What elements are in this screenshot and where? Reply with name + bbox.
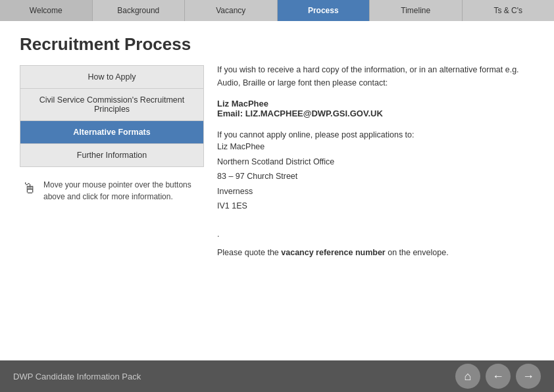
intro-text: If you wish to receive a hard copy of th…	[217, 63, 534, 89]
menu-btn-how-to-apply[interactable]: How to Apply	[20, 66, 203, 89]
nav-tab-vacancy[interactable]: Vacancy	[185, 0, 278, 21]
footer-nav-buttons: ⌂ ← →	[455, 364, 541, 389]
postal-address: Liz MacPheeNorthern Scotland District Of…	[217, 139, 534, 214]
mouse-icon: 🖱	[22, 180, 37, 197]
page-title: Recruitment Process	[20, 34, 204, 55]
nav-tab-process[interactable]: Process	[278, 0, 370, 21]
postal-intro: If you cannot apply online, please post …	[217, 130, 534, 139]
menu-buttons: How to ApplyCivil Service Commission's R…	[20, 65, 204, 167]
address-line: Northern Scotland District Office	[217, 155, 534, 170]
postal-block: If you cannot apply online, please post …	[217, 128, 534, 214]
right-panel: If you wish to receive a hard copy of th…	[217, 34, 534, 354]
address-line: 83 – 97 Church Street	[217, 169, 534, 184]
address-line: Liz MacPhee	[217, 139, 534, 155]
back-button[interactable]: ←	[486, 364, 511, 389]
forward-button[interactable]: →	[516, 364, 541, 389]
menu-btn-civil-service-commissions-recr[interactable]: Civil Service Commission's Recruitment P…	[20, 89, 203, 121]
email-label: Email:	[217, 109, 243, 118]
email-value: LIZ.MACPHEE@DWP.GSI.GOV.UK	[245, 109, 383, 118]
nav-tab-ts--cs[interactable]: Ts & C's	[463, 0, 555, 21]
nav-tab-timeline[interactable]: Timeline	[370, 0, 463, 21]
footer-title: DWP Candidate Information Pack	[13, 372, 141, 381]
contact-block: Liz MacPhee Email: LIZ.MACPHEE@DWP.GSI.G…	[217, 99, 534, 118]
main-content: Recruitment Process How to ApplyCivil Se…	[0, 21, 554, 360]
envelope-prefix: Please quote the	[217, 248, 281, 257]
envelope-text: Please quote the vacancy reference numbe…	[217, 248, 534, 257]
home-button[interactable]: ⌂	[455, 364, 480, 389]
menu-btn-alternative-formats[interactable]: Alternative Formats	[20, 121, 203, 144]
nav-tab-welcome[interactable]: Welcome	[0, 0, 93, 21]
hint-area: 🖱 Move your mouse pointer over the butto…	[20, 179, 204, 203]
dot-line: .	[217, 230, 534, 239]
menu-btn-further-information[interactable]: Further Information	[20, 144, 203, 166]
address-line: Inverness	[217, 184, 534, 199]
hint-text: Move your mouse pointer over the buttons…	[43, 179, 201, 203]
envelope-bold: vacancy reference number	[281, 248, 385, 257]
contact-name: Liz MacPhee	[217, 99, 534, 109]
nav-tab-background[interactable]: Background	[93, 0, 186, 21]
envelope-suffix: on the envelope.	[386, 248, 449, 257]
address-line: IV1 1ES	[217, 199, 534, 214]
top-navigation: WelcomeBackgroundVacancyProcessTimelineT…	[0, 0, 554, 21]
contact-email: Email: LIZ.MACPHEE@DWP.GSI.GOV.UK	[217, 109, 534, 118]
footer: DWP Candidate Information Pack ⌂ ← →	[0, 360, 554, 392]
left-panel: Recruitment Process How to ApplyCivil Se…	[20, 34, 204, 354]
